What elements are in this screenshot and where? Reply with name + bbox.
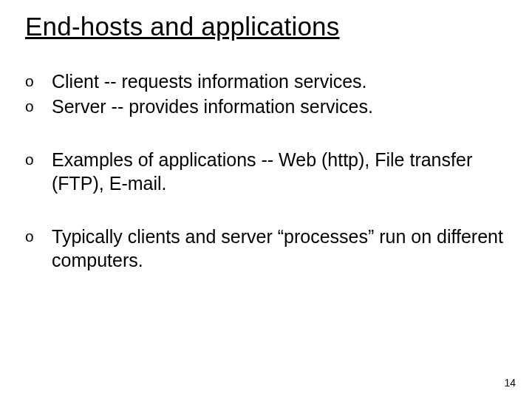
list-item: o Typically clients and server “processe… xyxy=(25,225,507,272)
page-number: 14 xyxy=(504,377,516,389)
bullet-list: o Client -- requests information service… xyxy=(25,69,507,272)
slide: End-hosts and applications o Client -- r… xyxy=(0,0,532,399)
bullet-group: o Typically clients and server “processe… xyxy=(25,225,507,272)
list-item: o Server -- provides information service… xyxy=(25,95,507,118)
bullet-text: Examples of applications -- Web (http), … xyxy=(52,148,507,195)
bullet-marker-icon: o xyxy=(25,148,52,170)
bullet-marker-icon: o xyxy=(25,69,52,92)
list-item: o Examples of applications -- Web (http)… xyxy=(25,148,507,195)
bullet-marker-icon: o xyxy=(25,95,52,117)
bullet-text: Typically clients and server “processes”… xyxy=(52,225,507,272)
bullet-text: Server -- provides information services. xyxy=(52,95,507,118)
slide-title: End-hosts and applications xyxy=(25,12,507,41)
bullet-group: o Examples of applications -- Web (http)… xyxy=(25,148,507,195)
bullet-group: o Client -- requests information service… xyxy=(25,69,507,118)
list-item: o Client -- requests information service… xyxy=(25,69,507,93)
bullet-marker-icon: o xyxy=(25,225,52,247)
bullet-text: Client -- requests information services. xyxy=(52,69,507,93)
